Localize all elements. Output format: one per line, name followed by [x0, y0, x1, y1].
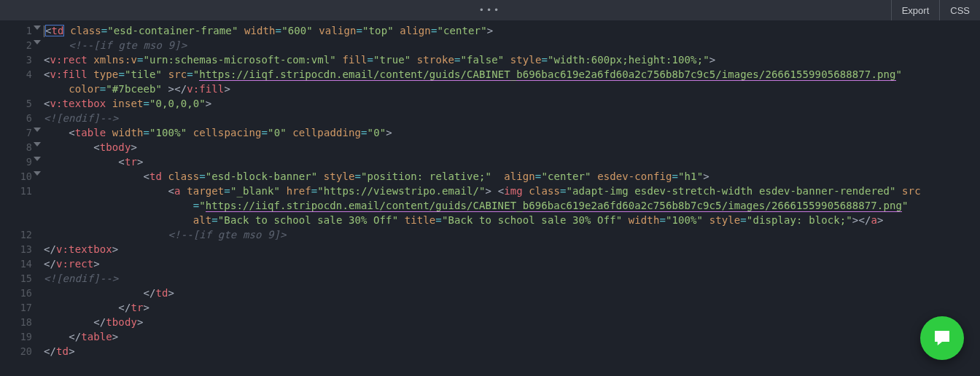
code-line[interactable]: <a target="_blank" href="https://viewstr…: [44, 184, 980, 198]
line-number: 13: [0, 242, 39, 256]
code-line[interactable]: <td class="esd-block-banner" style="posi…: [44, 169, 980, 184]
code-line[interactable]: color="#7bceeb" ></v:fill>: [44, 82, 980, 96]
drag-handle-icon[interactable]: •••: [479, 5, 502, 15]
line-number: 7: [0, 125, 39, 140]
line-number: 2: [0, 38, 39, 52]
line-number: 19: [0, 329, 39, 344]
fold-handle-icon[interactable]: [34, 128, 41, 132]
line-number: 3: [0, 52, 39, 67]
code-line[interactable]: <!--[if gte mso 9]>: [44, 38, 980, 52]
export-button[interactable]: Export: [891, 0, 940, 20]
fold-handle-icon[interactable]: [34, 26, 41, 30]
line-number: 12: [0, 227, 39, 242]
fold-handle-icon[interactable]: [34, 40, 41, 44]
code-line[interactable]: <tr>: [44, 154, 980, 169]
code-line[interactable]: ="https://iiqf.stripocdn.email/content/g…: [44, 198, 980, 213]
line-number: 6: [0, 111, 39, 125]
code-line[interactable]: <!--[if gte mso 9]>: [44, 227, 980, 242]
line-number: 5: [0, 96, 39, 111]
fold-handle-icon[interactable]: [34, 142, 41, 146]
code-line[interactable]: <td class="esd-container-frame" width="6…: [44, 23, 980, 38]
line-number: 15: [0, 271, 39, 286]
code-line[interactable]: <v:fill type="tile" src="https://iiqf.st…: [44, 67, 980, 82]
fold-handle-icon[interactable]: [34, 157, 41, 161]
line-number: 20: [0, 344, 39, 359]
code-line[interactable]: </table>: [44, 329, 980, 344]
code-line[interactable]: <![endif]-->: [44, 111, 980, 125]
chat-fab[interactable]: [920, 316, 964, 360]
code-line[interactable]: <![endif]-->: [44, 271, 980, 286]
css-button[interactable]: CSS: [939, 0, 980, 20]
line-number: 9: [0, 154, 39, 169]
code-line[interactable]: </td>: [44, 286, 980, 300]
line-number: 11: [0, 184, 39, 198]
code-line[interactable]: <table width="100%" cellspacing="0" cell…: [44, 125, 980, 140]
code-line[interactable]: alt="Back to school sale 30% Off" title=…: [44, 213, 980, 227]
fold-handle-icon[interactable]: [34, 171, 41, 176]
line-number: 14: [0, 256, 39, 271]
line-number: 17: [0, 300, 39, 315]
line-number: 10: [0, 169, 39, 184]
line-number: 1: [0, 23, 39, 38]
code-line[interactable]: <v:rect xmlns:v="urn:schemas-microsoft-c…: [44, 52, 980, 67]
line-number: 18: [0, 315, 39, 329]
code-line[interactable]: </tr>: [44, 300, 980, 315]
code-line[interactable]: </v:textbox>: [44, 242, 980, 256]
line-number-gutter: 1234567891011121314151617181920: [0, 20, 39, 376]
code-line[interactable]: </td>: [44, 344, 980, 359]
line-number: 16: [0, 286, 39, 300]
code-line[interactable]: <v:textbox inset="0,0,0,0">: [44, 96, 980, 111]
code-editor[interactable]: 1234567891011121314151617181920 <td clas…: [0, 20, 980, 376]
editor-toolbar: ••• Export CSS: [0, 0, 980, 20]
code-line[interactable]: <tbody>: [44, 140, 980, 154]
code-area[interactable]: <td class="esd-container-frame" width="6…: [39, 20, 980, 376]
code-line[interactable]: </tbody>: [44, 315, 980, 329]
code-line[interactable]: </v:rect>: [44, 256, 980, 271]
chat-bubble-icon: [931, 327, 953, 349]
line-number: 4: [0, 67, 39, 82]
line-number: 8: [0, 140, 39, 154]
